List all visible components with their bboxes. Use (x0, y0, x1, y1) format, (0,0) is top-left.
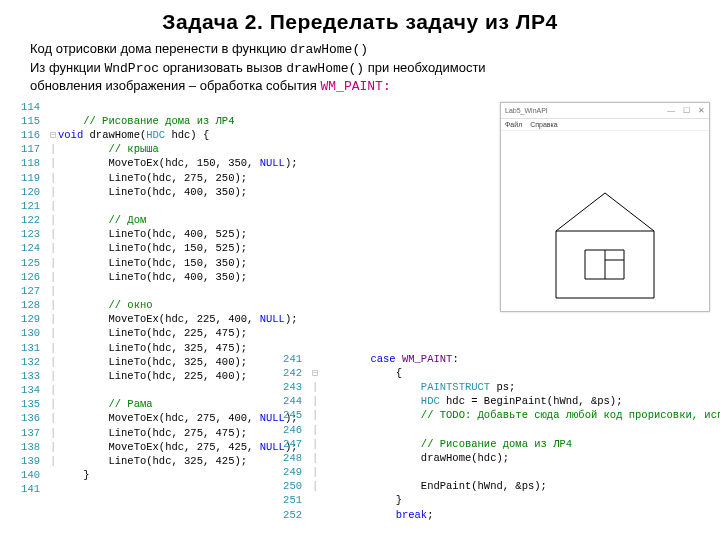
slide-title: Задача 2. Переделать задачу из ЛР4 (0, 0, 720, 40)
desc-text: при необходимости (364, 60, 485, 75)
desc-text: организовать вызов (159, 60, 286, 75)
task-description: Код отрисовки дома перенести в функцию d… (0, 40, 720, 100)
close-icon[interactable]: ✕ (698, 106, 705, 115)
desc-text: Из функции (30, 60, 104, 75)
code-block-drawhome: 114 115 // Рисование дома из ЛР4116⊟void… (14, 100, 297, 497)
window-title: Lab5_WinAPI (505, 107, 667, 114)
house-drawing (501, 131, 709, 311)
menu-bar: Файл Справка (501, 119, 709, 131)
code-area: 114 115 // Рисование дома из ЛР4116⊟void… (0, 100, 720, 505)
menu-file[interactable]: Файл (505, 121, 522, 128)
desc-text: обновления изображения – обработка событ… (30, 78, 321, 93)
app-window: Lab5_WinAPI — ☐ ✕ Файл Справка (500, 102, 710, 312)
desc-code: drawHome() (290, 42, 368, 57)
desc-code: WndProc (104, 61, 159, 76)
desc-code: drawHome() (286, 61, 364, 76)
desc-code-highlight: WM_PAINT: (321, 79, 391, 94)
title-bar: Lab5_WinAPI — ☐ ✕ (501, 103, 709, 119)
code-block-wmpaint: 241 case WM_PAINT:242⊟ {243| PAINTSTRUCT… (276, 352, 720, 522)
desc-text: Код отрисовки дома перенести в функцию (30, 41, 290, 56)
maximize-icon[interactable]: ☐ (683, 106, 690, 115)
menu-help[interactable]: Справка (530, 121, 557, 128)
drawing-canvas (501, 131, 709, 311)
minimize-icon[interactable]: — (667, 106, 675, 115)
